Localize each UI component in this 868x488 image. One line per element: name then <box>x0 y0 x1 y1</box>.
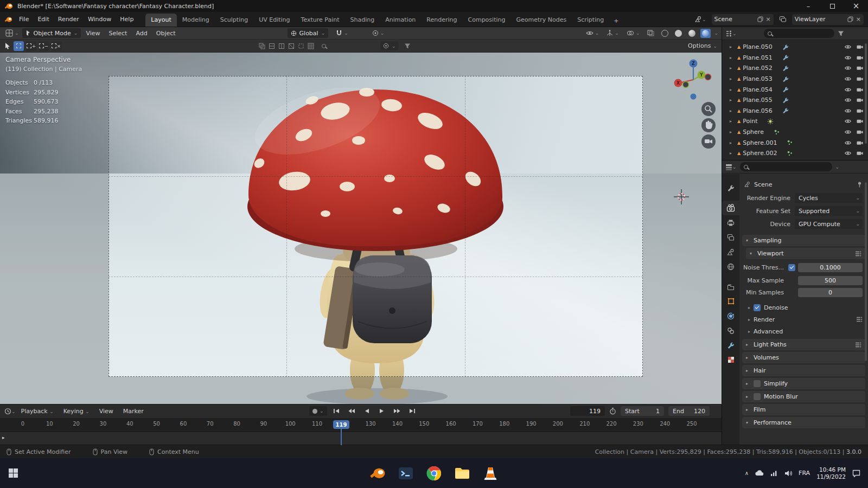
maximize-button[interactable] <box>820 0 844 12</box>
outliner-item[interactable]: ▸▲Sphere <box>722 127 868 138</box>
render-visibility-icon[interactable] <box>856 118 864 125</box>
file-explorer-taskbar-icon[interactable] <box>454 465 471 482</box>
outliner-item[interactable]: ▸▲Plane.051 <box>722 53 868 63</box>
menu-select[interactable]: Select <box>105 29 131 38</box>
outliner-search[interactable] <box>764 29 834 38</box>
next-keyframe-button[interactable] <box>391 406 403 416</box>
shading-rendered-button[interactable] <box>700 29 711 38</box>
menu-render[interactable]: Render <box>54 14 84 24</box>
tray-expand-icon[interactable]: ∧ <box>745 470 749 476</box>
render-visibility-icon[interactable] <box>856 129 864 136</box>
tool-setting-icon-6[interactable] <box>308 43 314 49</box>
menu-timeline-view[interactable]: View <box>95 406 118 416</box>
preset-menu-icon[interactable] <box>855 342 861 348</box>
mode-dropdown[interactable]: Object Mode ⌄ <box>22 28 81 38</box>
tool-setting-icon-5[interactable] <box>298 43 304 49</box>
shading-options-chevron[interactable]: ⌄ <box>714 30 718 36</box>
section-film[interactable]: ▸ Film <box>742 404 865 415</box>
playhead-badge[interactable]: 119 <box>333 420 349 429</box>
stopwatch-icon[interactable] <box>609 407 616 415</box>
timeline-ruler[interactable]: 0102030405060708090100110130140150160170… <box>0 418 722 432</box>
outliner-item-name[interactable]: Sphere <box>743 129 764 136</box>
menu-view[interactable]: View <box>82 29 104 38</box>
denoise-row[interactable]: ▸ Denoise <box>739 301 868 313</box>
outliner-search-input[interactable] <box>775 30 831 37</box>
navigation-gizmo[interactable]: X Y Z <box>672 55 720 104</box>
feature-set-dropdown[interactable]: Supported ⌄ <box>795 206 863 216</box>
xray-toggle[interactable] <box>645 29 656 37</box>
render-visibility-icon[interactable] <box>856 75 864 82</box>
render-visibility-icon[interactable] <box>856 65 864 72</box>
hide-eye-icon[interactable] <box>844 86 852 93</box>
section-simplify[interactable]: ▸ Simplify <box>742 378 865 389</box>
subsection-viewport[interactable]: ▾ Viewport <box>746 248 865 259</box>
select-mode-extend-button[interactable]: + <box>26 41 36 51</box>
tool-settings-dropdown[interactable]: ⌄ <box>380 41 399 50</box>
transform-orientation-dropdown[interactable]: Global ⌄ <box>288 28 329 38</box>
hide-eye-icon[interactable] <box>844 75 852 82</box>
outliner-item-name[interactable]: Sphere.001 <box>743 139 777 146</box>
properties-editor-icon[interactable]: ⌄ <box>725 164 737 170</box>
menu-add[interactable]: Add <box>132 29 151 38</box>
tool-setting-icon-2[interactable] <box>269 43 275 49</box>
section-volumes[interactable]: ▸ Volumes <box>742 352 865 363</box>
hide-eye-icon[interactable] <box>844 118 852 125</box>
expand-icon[interactable]: ▸ <box>730 151 735 156</box>
scene-selector[interactable]: Scene × <box>712 14 774 25</box>
outliner-item-name[interactable]: Point <box>743 118 757 125</box>
section-light-paths[interactable]: ▸ Light Paths <box>742 339 865 350</box>
properties-scrollbar[interactable] <box>865 182 867 361</box>
proportional-edit-toggle[interactable]: ⌄ <box>370 29 387 37</box>
jump-to-start-button[interactable] <box>330 406 342 416</box>
playhead-line[interactable] <box>341 428 342 445</box>
outliner-item-name[interactable]: Plane.054 <box>743 86 773 93</box>
end-frame-field[interactable]: End 120 <box>668 406 710 416</box>
new-view-layer-icon[interactable] <box>847 16 853 22</box>
chevron-down-icon[interactable]: ⌄ <box>835 164 840 170</box>
snap-toggle[interactable]: ⌄ <box>334 29 350 37</box>
render-subpanel-row[interactable]: ▸ Render <box>739 313 868 325</box>
shading-material-button[interactable] <box>687 29 697 38</box>
select-mode-intersect-button[interactable]: × <box>51 41 61 51</box>
expand-icon[interactable]: ▸ <box>730 44 735 49</box>
render-engine-dropdown[interactable]: Cycles ⌄ <box>795 193 863 203</box>
expand-icon[interactable]: ▸ <box>730 130 735 134</box>
viewport-nav-buttons[interactable] <box>699 100 718 155</box>
tool-setting-icon-1[interactable] <box>259 43 265 49</box>
device-dropdown[interactable]: GPU Compute ⌄ <box>795 219 863 229</box>
noise-threshold-checkbox[interactable] <box>788 264 795 271</box>
start-button[interactable] <box>0 468 27 478</box>
close-button[interactable]: × <box>844 0 868 12</box>
vlc-taskbar-icon[interactable] <box>482 465 499 482</box>
timeline-track[interactable] <box>0 432 722 445</box>
previous-keyframe-button[interactable] <box>346 406 358 416</box>
onedrive-icon[interactable] <box>755 470 764 476</box>
render-visibility-icon[interactable] <box>856 107 864 114</box>
expand-icon[interactable]: ▸ <box>730 87 735 92</box>
workspace-tab-modeling[interactable]: Modeling <box>177 14 215 27</box>
start-frame-field[interactable]: Start 1 <box>621 406 664 416</box>
menu-edit[interactable]: Edit <box>33 14 53 24</box>
menu-marker[interactable]: Marker <box>119 406 148 416</box>
outliner-scrollbar[interactable] <box>865 43 867 144</box>
workspace-tab-geometry-nodes[interactable]: Geometry Nodes <box>510 14 572 27</box>
visibility-dropdown[interactable]: ⌄ <box>584 29 602 37</box>
view-layer-selector[interactable]: ViewLayer × <box>792 14 864 25</box>
outliner-item[interactable]: ▸▲Plane.053 <box>722 74 868 85</box>
expand-icon[interactable]: ▸ <box>730 66 735 70</box>
auto-keying-button[interactable]: ⌄ <box>309 406 327 416</box>
render-visibility-icon[interactable] <box>856 54 864 61</box>
pin-icon[interactable] <box>857 181 863 188</box>
hide-eye-icon[interactable] <box>844 43 852 50</box>
workspace-tab-compositing[interactable]: Compositing <box>463 14 511 27</box>
render-visibility-icon[interactable] <box>856 150 864 157</box>
hide-eye-icon[interactable] <box>844 150 852 157</box>
add-workspace-button[interactable]: + <box>609 15 623 27</box>
workspace-tab-rendering[interactable]: Rendering <box>421 14 462 27</box>
tab-physics[interactable] <box>722 309 739 323</box>
browse-scene-icon[interactable]: ⌄ <box>694 16 706 23</box>
outliner-item[interactable]: ▸▲Sphere.002 <box>722 148 868 159</box>
jump-to-end-button[interactable] <box>406 406 418 416</box>
shading-solid-button[interactable] <box>673 29 684 38</box>
search-icon[interactable] <box>322 44 326 48</box>
